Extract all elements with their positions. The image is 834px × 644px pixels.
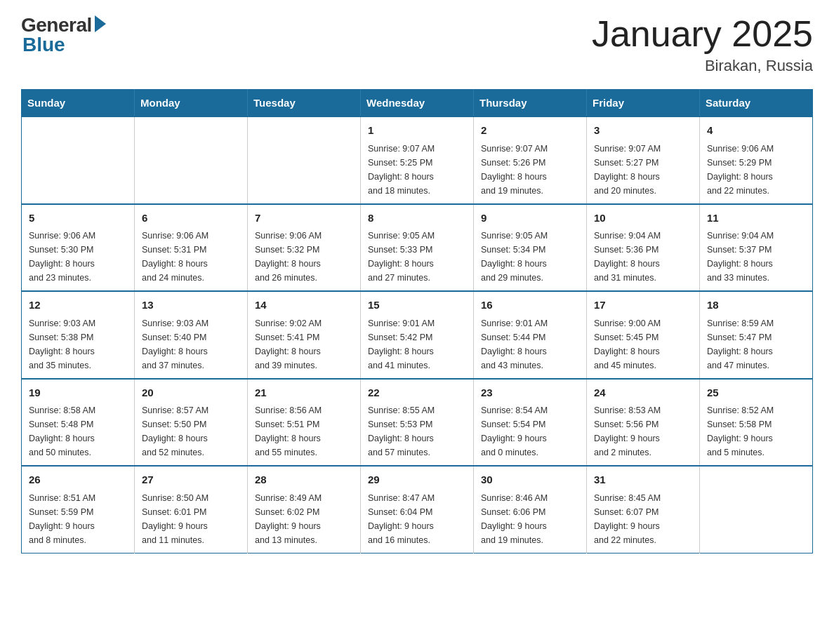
calendar-header-wednesday: Wednesday	[361, 90, 474, 117]
day-number: 13	[142, 297, 240, 314]
calendar-cell: 10Sunrise: 9:04 AMSunset: 5:36 PMDayligh…	[587, 204, 700, 292]
day-info: Sunrise: 9:06 AMSunset: 5:29 PMDaylight:…	[707, 142, 805, 198]
day-info: Sunrise: 8:52 AMSunset: 5:58 PMDaylight:…	[707, 403, 805, 459]
calendar-cell: 25Sunrise: 8:52 AMSunset: 5:58 PMDayligh…	[700, 379, 813, 467]
calendar-cell: 6Sunrise: 9:06 AMSunset: 5:31 PMDaylight…	[135, 204, 248, 292]
day-number: 14	[255, 297, 353, 314]
calendar-cell: 26Sunrise: 8:51 AMSunset: 5:59 PMDayligh…	[22, 466, 135, 553]
logo-blue-text: Blue	[22, 34, 65, 56]
day-info: Sunrise: 9:03 AMSunset: 5:40 PMDaylight:…	[142, 316, 240, 373]
calendar-cell: 16Sunrise: 9:01 AMSunset: 5:44 PMDayligh…	[474, 291, 587, 379]
day-info: Sunrise: 9:05 AMSunset: 5:33 PMDaylight:…	[368, 229, 466, 285]
calendar-cell	[248, 116, 361, 204]
day-number: 26	[29, 472, 127, 488]
day-number: 22	[368, 385, 466, 401]
day-number: 17	[594, 297, 692, 314]
calendar-cell: 12Sunrise: 9:03 AMSunset: 5:38 PMDayligh…	[22, 291, 135, 379]
day-info: Sunrise: 8:49 AMSunset: 6:02 PMDaylight:…	[255, 491, 353, 547]
calendar-cell: 30Sunrise: 8:46 AMSunset: 6:06 PMDayligh…	[474, 466, 587, 553]
day-info: Sunrise: 8:54 AMSunset: 5:54 PMDaylight:…	[481, 403, 579, 459]
day-number: 12	[29, 297, 127, 314]
location-text: Birakan, Russia	[592, 57, 813, 75]
day-number: 1	[368, 123, 466, 139]
title-block: January 2025 Birakan, Russia	[592, 14, 813, 75]
calendar-header-tuesday: Tuesday	[248, 90, 361, 117]
day-info: Sunrise: 9:06 AMSunset: 5:32 PMDaylight:…	[255, 229, 353, 285]
day-number: 7	[255, 210, 353, 227]
calendar-cell: 1Sunrise: 9:07 AMSunset: 5:25 PMDaylight…	[361, 116, 474, 204]
day-number: 11	[707, 210, 805, 227]
day-info: Sunrise: 8:45 AMSunset: 6:07 PMDaylight:…	[594, 491, 692, 547]
calendar-cell: 4Sunrise: 9:06 AMSunset: 5:29 PMDaylight…	[700, 116, 813, 204]
calendar-week-row: 12Sunrise: 9:03 AMSunset: 5:38 PMDayligh…	[22, 291, 813, 379]
calendar-cell: 28Sunrise: 8:49 AMSunset: 6:02 PMDayligh…	[248, 466, 361, 553]
day-info: Sunrise: 8:56 AMSunset: 5:51 PMDaylight:…	[255, 403, 353, 459]
calendar-cell: 2Sunrise: 9:07 AMSunset: 5:26 PMDaylight…	[474, 116, 587, 204]
day-info: Sunrise: 8:59 AMSunset: 5:47 PMDaylight:…	[707, 316, 805, 373]
day-number: 15	[368, 297, 466, 314]
day-info: Sunrise: 9:06 AMSunset: 5:31 PMDaylight:…	[142, 229, 240, 285]
day-info: Sunrise: 9:02 AMSunset: 5:41 PMDaylight:…	[255, 316, 353, 373]
calendar-cell: 23Sunrise: 8:54 AMSunset: 5:54 PMDayligh…	[474, 379, 587, 467]
day-number: 8	[368, 210, 466, 227]
day-number: 24	[594, 385, 692, 401]
day-info: Sunrise: 9:01 AMSunset: 5:44 PMDaylight:…	[481, 316, 579, 373]
calendar-week-row: 26Sunrise: 8:51 AMSunset: 5:59 PMDayligh…	[22, 466, 813, 553]
day-info: Sunrise: 8:47 AMSunset: 6:04 PMDaylight:…	[368, 491, 466, 547]
calendar-cell	[135, 116, 248, 204]
day-number: 28	[255, 472, 353, 488]
calendar-table: SundayMondayTuesdayWednesdayThursdayFrid…	[21, 89, 813, 554]
calendar-header-friday: Friday	[587, 90, 700, 117]
day-info: Sunrise: 9:04 AMSunset: 5:36 PMDaylight:…	[594, 229, 692, 285]
day-info: Sunrise: 9:06 AMSunset: 5:30 PMDaylight:…	[29, 229, 127, 285]
day-info: Sunrise: 9:00 AMSunset: 5:45 PMDaylight:…	[594, 316, 692, 373]
day-info: Sunrise: 8:57 AMSunset: 5:50 PMDaylight:…	[142, 403, 240, 459]
day-info: Sunrise: 9:07 AMSunset: 5:26 PMDaylight:…	[481, 142, 579, 198]
day-number: 6	[142, 210, 240, 227]
day-number: 27	[142, 472, 240, 488]
calendar-cell: 9Sunrise: 9:05 AMSunset: 5:34 PMDaylight…	[474, 204, 587, 292]
day-number: 31	[594, 472, 692, 488]
day-info: Sunrise: 8:46 AMSunset: 6:06 PMDaylight:…	[481, 491, 579, 547]
calendar-cell: 11Sunrise: 9:04 AMSunset: 5:37 PMDayligh…	[700, 204, 813, 292]
calendar-cell: 27Sunrise: 8:50 AMSunset: 6:01 PMDayligh…	[135, 466, 248, 553]
calendar-cell: 13Sunrise: 9:03 AMSunset: 5:40 PMDayligh…	[135, 291, 248, 379]
calendar-cell: 20Sunrise: 8:57 AMSunset: 5:50 PMDayligh…	[135, 379, 248, 467]
day-number: 4	[707, 123, 805, 139]
day-number: 29	[368, 472, 466, 488]
day-number: 18	[707, 297, 805, 314]
calendar-cell: 14Sunrise: 9:02 AMSunset: 5:41 PMDayligh…	[248, 291, 361, 379]
day-info: Sunrise: 9:04 AMSunset: 5:37 PMDaylight:…	[707, 229, 805, 285]
calendar-cell: 3Sunrise: 9:07 AMSunset: 5:27 PMDaylight…	[587, 116, 700, 204]
day-info: Sunrise: 8:53 AMSunset: 5:56 PMDaylight:…	[594, 403, 692, 459]
calendar-week-row: 19Sunrise: 8:58 AMSunset: 5:48 PMDayligh…	[22, 379, 813, 467]
day-info: Sunrise: 8:51 AMSunset: 5:59 PMDaylight:…	[29, 491, 127, 547]
calendar-cell: 7Sunrise: 9:06 AMSunset: 5:32 PMDaylight…	[248, 204, 361, 292]
day-number: 16	[481, 297, 579, 314]
calendar-week-row: 1Sunrise: 9:07 AMSunset: 5:25 PMDaylight…	[22, 116, 813, 204]
day-info: Sunrise: 9:07 AMSunset: 5:25 PMDaylight:…	[368, 142, 466, 198]
calendar-header-row: SundayMondayTuesdayWednesdayThursdayFrid…	[22, 90, 813, 117]
day-number: 10	[594, 210, 692, 227]
day-number: 23	[481, 385, 579, 401]
calendar-cell: 19Sunrise: 8:58 AMSunset: 5:48 PMDayligh…	[22, 379, 135, 467]
day-info: Sunrise: 8:58 AMSunset: 5:48 PMDaylight:…	[29, 403, 127, 459]
calendar-header-saturday: Saturday	[700, 90, 813, 117]
calendar-cell: 15Sunrise: 9:01 AMSunset: 5:42 PMDayligh…	[361, 291, 474, 379]
calendar-cell: 22Sunrise: 8:55 AMSunset: 5:53 PMDayligh…	[361, 379, 474, 467]
calendar-cell: 21Sunrise: 8:56 AMSunset: 5:51 PMDayligh…	[248, 379, 361, 467]
calendar-cell	[22, 116, 135, 204]
day-number: 19	[29, 385, 127, 401]
day-info: Sunrise: 8:55 AMSunset: 5:53 PMDaylight:…	[368, 403, 466, 459]
calendar-header-thursday: Thursday	[474, 90, 587, 117]
day-info: Sunrise: 9:01 AMSunset: 5:42 PMDaylight:…	[368, 316, 466, 373]
page-header: General Blue January 2025 Birakan, Russi…	[21, 14, 813, 75]
month-title: January 2025	[592, 14, 813, 54]
logo-arrow-icon	[95, 15, 106, 32]
day-number: 5	[29, 210, 127, 227]
calendar-week-row: 5Sunrise: 9:06 AMSunset: 5:30 PMDaylight…	[22, 204, 813, 292]
calendar-cell: 5Sunrise: 9:06 AMSunset: 5:30 PMDaylight…	[22, 204, 135, 292]
logo: General Blue	[21, 14, 106, 56]
calendar-header-sunday: Sunday	[22, 90, 135, 117]
calendar-cell: 8Sunrise: 9:05 AMSunset: 5:33 PMDaylight…	[361, 204, 474, 292]
